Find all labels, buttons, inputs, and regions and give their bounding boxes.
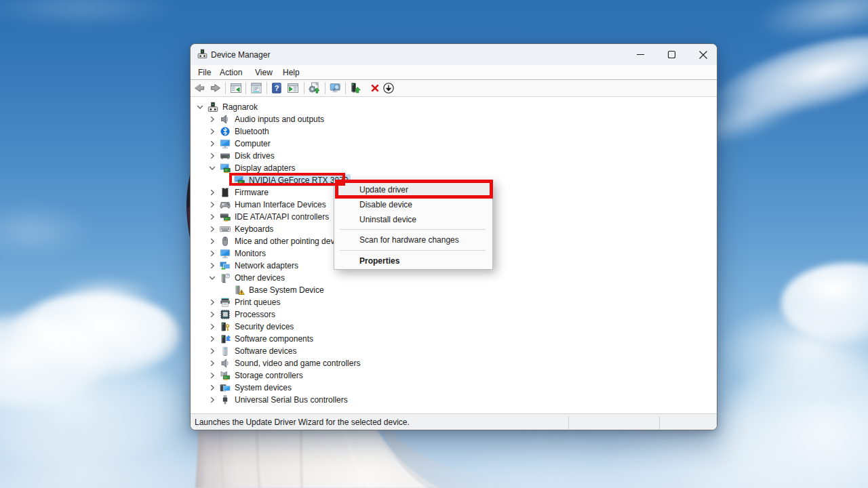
svg-text:?: ?: [274, 84, 279, 92]
svg-text:?: ?: [226, 273, 229, 278]
